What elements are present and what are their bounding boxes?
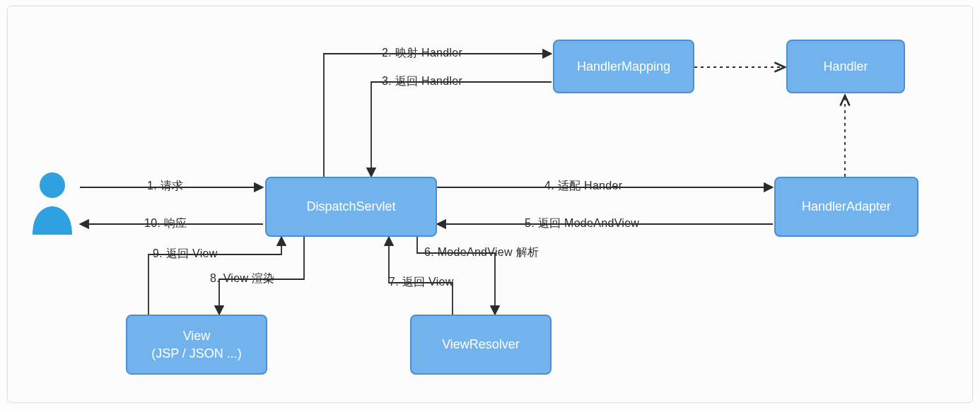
- label-10: 10. 响应: [144, 216, 187, 231]
- node-label: DispatchServlet: [306, 198, 395, 215]
- label-2: 2. 映射 Handler: [382, 46, 462, 61]
- node-label: HandlerMapping: [577, 58, 670, 75]
- label-6: 6. ModeAndView 解析: [424, 245, 539, 260]
- node-label: ViewResolver: [442, 336, 520, 353]
- node-handler-adapter: HandlerAdapter: [774, 177, 918, 237]
- node-view-resolver: ViewResolver: [410, 315, 552, 375]
- node-view: View (JSP / JSON ...): [126, 315, 267, 375]
- diagram-canvas: DispatchServlet HandlerMapping Handler H…: [0, 0, 980, 410]
- label-8: 8. View 渲染: [210, 271, 275, 286]
- node-label: HandlerAdapter: [802, 198, 891, 215]
- node-label-line1: View: [183, 327, 211, 344]
- label-9: 9. 返回 View: [153, 247, 218, 262]
- user-icon: [27, 167, 78, 238]
- label-7: 7. 返回 View: [389, 275, 454, 290]
- label-4: 4. 适配 Hander: [544, 179, 622, 194]
- node-handler-mapping: HandlerMapping: [553, 40, 694, 93]
- node-label: Handler: [823, 58, 868, 75]
- svg-point-0: [40, 172, 65, 198]
- node-label-line2: (JSP / JSON ...): [151, 345, 242, 362]
- label-3: 3. 返回 Handler: [382, 74, 462, 89]
- node-dispatch-servlet: DispatchServlet: [265, 177, 437, 237]
- node-handler: Handler: [786, 40, 905, 93]
- label-1: 1. 请求: [147, 179, 183, 194]
- label-5: 5. 返回 ModeAndView: [525, 216, 639, 231]
